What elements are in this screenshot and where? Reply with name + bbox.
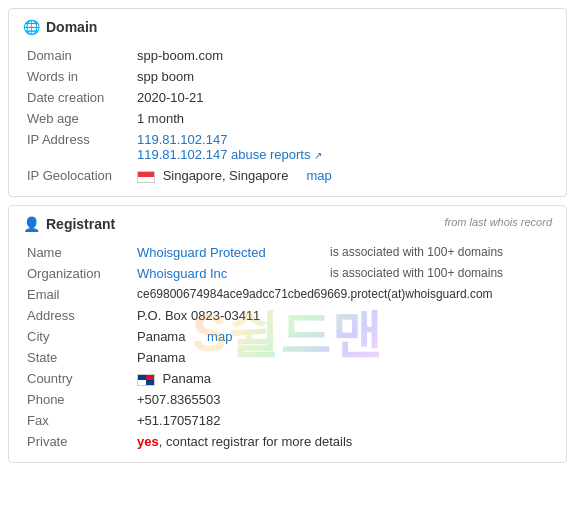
table-row: Name Whoisguard Protected is associated … <box>23 242 552 263</box>
table-row: Email ce69800674984ace9adcc71cbed69669.p… <box>23 284 552 305</box>
email-value: ce69800674984ace9adcc71cbed69669.protect… <box>133 284 552 305</box>
table-row: Domain spp-boom.com <box>23 45 552 66</box>
table-row: IP Address 119.81.102.147 119.81.102.147… <box>23 129 552 165</box>
domain-section-title: 🌐 Domain <box>23 19 552 35</box>
private-label: Private <box>23 431 133 452</box>
city-right <box>326 326 552 347</box>
table-row: Address P.O. Box 0823-03411 <box>23 305 552 326</box>
org-value: Whoisguard Inc <box>133 263 326 284</box>
country-label: Country <box>23 368 133 389</box>
ip-abuse-link[interactable]: 119.81.102.147 abuse reports <box>137 147 310 162</box>
city-label: City <box>23 326 133 347</box>
table-row: Words in spp boom <box>23 66 552 87</box>
state-value: Panama <box>133 347 552 368</box>
phone-label: Phone <box>23 389 133 410</box>
registrant-info-table: Name Whoisguard Protected is associated … <box>23 242 552 452</box>
fax-label: Fax <box>23 410 133 431</box>
domain-value: spp-boom.com <box>133 45 552 66</box>
table-row: Private yes, contact registrar for more … <box>23 431 552 452</box>
geolocation-text: Singapore, Singapore <box>163 168 289 183</box>
org-right: is associated with 100+ domains <box>326 263 552 284</box>
phone-value: +507.8365503 <box>133 389 552 410</box>
address-value: P.O. Box 0823-03411 <box>133 305 552 326</box>
name-label: Name <box>23 242 133 263</box>
ip-address-value: 119.81.102.147 119.81.102.147 abuse repo… <box>133 129 552 165</box>
external-link-icon: ↗ <box>314 150 322 161</box>
globe-icon: 🌐 <box>23 19 40 35</box>
ip-geolocation-value: Singapore, Singapore map <box>133 165 552 186</box>
registrant-title-label: Registrant <box>46 216 115 232</box>
singapore-flag <box>137 171 155 183</box>
registrant-section: S쉴드맨 👤 Registrant from last whois record… <box>8 205 567 463</box>
city-value: Panama map <box>133 326 326 347</box>
date-creation-label: Date creation <box>23 87 133 108</box>
table-row: Fax +51.17057182 <box>23 410 552 431</box>
words-in-value: spp boom <box>133 66 552 87</box>
table-row: State Panama <box>23 347 552 368</box>
name-value: Whoisguard Protected <box>133 242 326 263</box>
private-yes-link[interactable]: yes <box>137 434 159 449</box>
domain-section: 🌐 Domain Domain spp-boom.com Words in sp… <box>8 8 567 197</box>
ip-address-label: IP Address <box>23 129 133 165</box>
domain-info-table: Domain spp-boom.com Words in spp boom Da… <box>23 45 552 186</box>
state-label: State <box>23 347 133 368</box>
org-label: Organization <box>23 263 133 284</box>
table-row: Organization Whoisguard Inc is associate… <box>23 263 552 284</box>
table-row: Date creation 2020-10-21 <box>23 87 552 108</box>
private-value: yes, contact registrar for more details <box>133 431 552 452</box>
domain-title-label: Domain <box>46 19 97 35</box>
domain-label: Domain <box>23 45 133 66</box>
panama-flag <box>137 374 155 386</box>
date-creation-value: 2020-10-21 <box>133 87 552 108</box>
email-label: Email <box>23 284 133 305</box>
city-map-link[interactable]: map <box>207 329 232 344</box>
name-link[interactable]: Whoisguard Protected <box>137 245 266 260</box>
name-right: is associated with 100+ domains <box>326 242 552 263</box>
ip-geolocation-label: IP Geolocation <box>23 165 133 186</box>
table-row: Web age 1 month <box>23 108 552 129</box>
table-row: City Panama map <box>23 326 552 347</box>
words-in-label: Words in <box>23 66 133 87</box>
web-age-label: Web age <box>23 108 133 129</box>
private-text: , contact registrar for more details <box>159 434 353 449</box>
org-link[interactable]: Whoisguard Inc <box>137 266 227 281</box>
geolocation-map-link[interactable]: map <box>306 168 331 183</box>
country-value: Panama <box>133 368 552 389</box>
ip-address-link[interactable]: 119.81.102.147 <box>137 132 227 147</box>
person-icon: 👤 <box>23 216 40 232</box>
address-label: Address <box>23 305 133 326</box>
table-row: Country Panama <box>23 368 552 389</box>
web-age-value: 1 month <box>133 108 552 129</box>
table-row: Phone +507.8365503 <box>23 389 552 410</box>
fax-value: +51.17057182 <box>133 410 552 431</box>
from-last-whois-label: from last whois record <box>444 216 552 228</box>
table-row: IP Geolocation Singapore, Singapore map <box>23 165 552 186</box>
